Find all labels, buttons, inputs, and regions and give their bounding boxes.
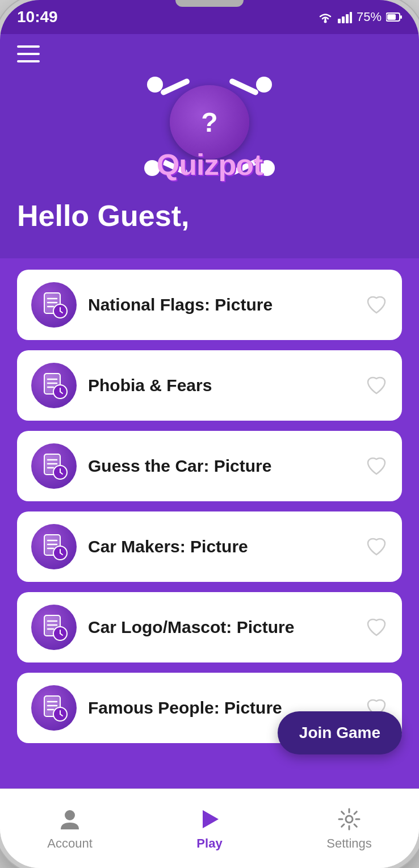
settings-nav-label: Settings (326, 836, 372, 851)
quiz-item-icon (31, 524, 77, 569)
signal-icon (337, 11, 352, 23)
logo-container: ? Quizpot (17, 68, 402, 182)
battery-text: 75% (357, 10, 382, 24)
quiz-icon-svg (40, 532, 68, 561)
quiz-item-title: Car Logo/Mascot: Picture (88, 618, 354, 637)
nav-item-account[interactable]: Account (0, 806, 140, 851)
logo-arm-tr (256, 77, 272, 93)
account-icon (58, 808, 81, 831)
quiz-icon-svg (40, 452, 68, 480)
quiz-list-item[interactable]: Car Logo/Mascot: Picture (17, 592, 402, 662)
quiz-list-item[interactable]: Guess the Car: Picture (17, 431, 402, 501)
notch (175, 0, 244, 7)
status-icons: 75% (318, 10, 402, 24)
wifi-icon (318, 11, 333, 23)
settings-nav-icon (337, 806, 362, 832)
heart-svg (365, 374, 388, 397)
quiz-heart-icon[interactable] (365, 374, 388, 397)
heart-svg (365, 616, 388, 639)
svg-point-50 (65, 810, 75, 820)
account-nav-icon (57, 806, 83, 832)
quiz-list-item[interactable]: Car Makers: Picture (17, 511, 402, 582)
quiz-item-icon (31, 282, 77, 328)
logo-name-main: Quizpo (157, 148, 253, 181)
quiz-heart-icon[interactable] (365, 293, 388, 316)
account-nav-label: Account (47, 836, 93, 851)
quiz-item-title: Phobia & Fears (88, 376, 354, 395)
hamburger-menu[interactable] (17, 45, 40, 62)
gear-icon (338, 808, 361, 831)
svg-rect-7 (400, 15, 402, 19)
play-nav-label: Play (196, 836, 222, 851)
quiz-item-icon (31, 685, 77, 731)
quiz-icon-svg (40, 291, 68, 319)
heart-svg (365, 535, 388, 558)
svg-point-0 (324, 20, 326, 23)
logo-text: Quizpot (136, 148, 283, 182)
join-game-button[interactable]: Join Game (278, 711, 402, 754)
quiz-list-item[interactable]: National Flags: Picture (17, 270, 402, 340)
svg-rect-6 (387, 14, 396, 20)
svg-rect-2 (342, 16, 345, 23)
play-nav-icon (197, 806, 223, 832)
quiz-icon-svg (40, 613, 68, 641)
svg-rect-3 (346, 14, 349, 23)
play-icon (198, 808, 221, 831)
svg-rect-4 (350, 12, 352, 23)
svg-point-52 (346, 816, 353, 823)
nav-item-play[interactable]: Play (140, 806, 279, 851)
svg-marker-51 (203, 810, 219, 828)
greeting-text: Hello Guest, (17, 193, 402, 236)
quiz-heart-icon[interactable] (365, 535, 388, 558)
quiz-heart-icon[interactable] (365, 616, 388, 639)
quiz-item-title: Car Makers: Picture (88, 537, 354, 556)
phone-frame: 10:49 75% (0, 0, 419, 868)
heart-svg (365, 293, 388, 316)
quiz-icon-svg (40, 694, 68, 722)
logo-question-mark: ? (201, 107, 217, 138)
quiz-heart-icon[interactable] (365, 455, 388, 477)
heart-svg (365, 455, 388, 477)
nav-item-settings[interactable]: Settings (279, 806, 419, 851)
quiz-item-title: Guess the Car: Picture (88, 456, 354, 476)
status-time: 10:49 (17, 8, 58, 26)
quiz-item-icon (31, 443, 77, 489)
logo-name-accent: t (253, 148, 262, 181)
quiz-item-icon (31, 605, 77, 650)
quiz-item-title: National Flags: Picture (88, 295, 354, 315)
quiz-list-item[interactable]: Phobia & Fears (17, 350, 402, 421)
app-logo: ? Quizpot (136, 68, 283, 182)
battery-icon (386, 12, 402, 22)
quiz-icon-svg (40, 371, 68, 400)
svg-rect-1 (338, 19, 341, 23)
main-content: National Flags: Picture (0, 258, 419, 789)
bottom-nav: Account Play Settings (0, 789, 419, 868)
quiz-item-icon (31, 363, 77, 408)
header: ? Quizpot Hello Guest, (0, 34, 419, 258)
